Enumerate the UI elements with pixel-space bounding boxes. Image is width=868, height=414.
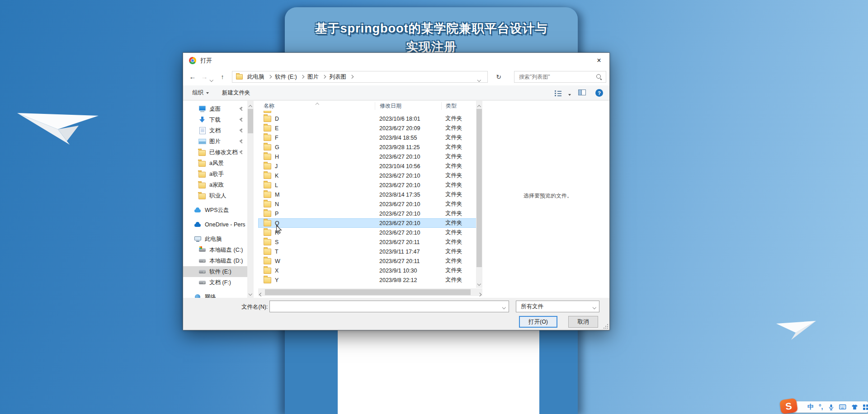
search-box[interactable] bbox=[514, 71, 606, 83]
file-row[interactable]: R 2023/6/27 20:10 文件夹 bbox=[258, 228, 482, 237]
sidebar-item[interactable]: 此电脑 bbox=[183, 234, 247, 245]
details-view-icon[interactable] bbox=[555, 90, 562, 96]
sogou-logo[interactable]: S bbox=[779, 398, 798, 414]
sidebar-item[interactable]: a家政 bbox=[183, 179, 247, 190]
breadcrumb-item[interactable]: 此电脑 bbox=[246, 73, 265, 81]
skin-icon[interactable] bbox=[851, 404, 858, 410]
sidebar-item[interactable]: 职业人 bbox=[183, 190, 247, 201]
file-row[interactable]: W 2023/6/27 20:11 文件夹 bbox=[258, 256, 482, 266]
sidebar-item[interactable]: 本地磁盘 (C:) bbox=[183, 245, 247, 255]
file-row[interactable]: H 2023/6/27 20:10 文件夹 bbox=[258, 152, 482, 161]
file-row[interactable]: G 2023/9/28 11:25 文件夹 bbox=[258, 142, 482, 152]
column-header-type[interactable]: 类型 bbox=[441, 102, 478, 110]
file-row[interactable]: T 2023/9/11 17:47 文件夹 bbox=[258, 247, 482, 256]
file-row[interactable] bbox=[258, 111, 482, 114]
file-name: T bbox=[275, 249, 278, 255]
filename-input[interactable] bbox=[270, 301, 503, 312]
file-type-cell: 文件夹 bbox=[441, 172, 478, 179]
sidebar-item[interactable]: 已修改文档 bbox=[183, 147, 247, 158]
file-name-cell: X bbox=[258, 268, 375, 274]
file-row[interactable]: D 2023/10/6 18:01 文件夹 bbox=[258, 114, 482, 123]
sidebar-item[interactable]: a歌手 bbox=[183, 169, 247, 179]
resize-grip[interactable] bbox=[604, 324, 608, 329]
file-date-cell: 2023/6/27 20:09 bbox=[375, 125, 441, 132]
pin-icon bbox=[239, 107, 244, 112]
scroll-down-icon[interactable] bbox=[478, 280, 481, 286]
organize-button[interactable]: 组织 bbox=[192, 85, 209, 100]
sidebar-item[interactable]: 桌面 bbox=[183, 104, 247, 114]
file-row[interactable]: X 2023/9/1 10:30 文件夹 bbox=[258, 266, 482, 275]
file-row[interactable]: S 2023/6/27 20:11 文件夹 bbox=[258, 237, 482, 247]
preview-pane-icon[interactable] bbox=[578, 89, 586, 95]
file-row[interactable]: P 2023/6/27 20:10 文件夹 bbox=[258, 209, 482, 218]
breadcrumb-item[interactable]: 图片 bbox=[307, 73, 320, 81]
history-dropdown[interactable] bbox=[210, 76, 213, 82]
filename-label: 文件名(N): bbox=[241, 303, 268, 311]
scroll-right-icon[interactable] bbox=[478, 291, 481, 297]
sidebar-item[interactable]: 图片 bbox=[183, 136, 247, 147]
open-button[interactable]: 打开(O) bbox=[519, 316, 557, 328]
file-name-cell: J bbox=[258, 163, 375, 169]
sidebar-item[interactable]: OneDrive - Pers bbox=[183, 219, 247, 230]
scroll-left-icon[interactable] bbox=[260, 291, 263, 297]
file-row[interactable]: E 2023/6/27 20:09 文件夹 bbox=[258, 123, 482, 133]
file-row[interactable]: J 2023/10/4 10:56 文件夹 bbox=[258, 161, 482, 171]
sidebar-item[interactable]: 文档 bbox=[183, 125, 247, 136]
scroll-down-icon[interactable] bbox=[249, 290, 252, 296]
scroll-up-icon[interactable] bbox=[478, 103, 481, 109]
sidebar-item[interactable]: 文档 (F:) bbox=[183, 277, 247, 288]
cancel-button[interactable]: 取消 bbox=[568, 316, 598, 328]
file-date-cell: 2023/8/14 17:35 bbox=[375, 192, 441, 198]
list-hscrollbar-thumb[interactable] bbox=[265, 289, 471, 295]
list-vertical-scrollbar[interactable] bbox=[476, 101, 482, 288]
new-folder-button[interactable]: 新建文件夹 bbox=[222, 85, 250, 100]
sidebar-item[interactable]: 下载 bbox=[183, 114, 247, 125]
list-horizontal-scrollbar[interactable] bbox=[258, 288, 482, 296]
forward-button[interactable]: → bbox=[199, 68, 209, 85]
keyboard-icon[interactable] bbox=[839, 404, 846, 410]
refresh-button[interactable]: ↻ bbox=[493, 71, 504, 83]
filetype-select[interactable]: 所有文件 bbox=[516, 301, 599, 312]
file-date-cell: 2023/9/4 18:55 bbox=[375, 135, 441, 141]
toolbox-icon[interactable] bbox=[863, 405, 868, 410]
file-row[interactable]: K 2023/6/27 20:10 文件夹 bbox=[258, 171, 482, 180]
file-row[interactable]: Q 2023/6/27 20:10 文件夹 bbox=[258, 218, 482, 228]
microphone-icon[interactable] bbox=[828, 404, 834, 410]
sidebar-scrollbar-thumb[interactable] bbox=[248, 109, 253, 133]
breadcrumb-item[interactable]: 软件 (E:) bbox=[274, 73, 298, 81]
punctuation-icon[interactable]: °, bbox=[819, 401, 823, 413]
scroll-up-icon[interactable] bbox=[249, 103, 252, 109]
address-dropdown[interactable] bbox=[478, 76, 481, 82]
sidebar-scrollbar[interactable] bbox=[247, 101, 254, 298]
folder-icon bbox=[264, 125, 271, 132]
breadcrumb-item[interactable]: 列表图 bbox=[329, 73, 348, 81]
search-input[interactable] bbox=[518, 73, 596, 80]
chevron-down-icon[interactable] bbox=[503, 303, 505, 310]
file-row[interactable]: N 2023/6/27 20:10 文件夹 bbox=[258, 199, 482, 209]
file-row[interactable]: Y 2023/9/8 22:12 文件夹 bbox=[258, 275, 482, 285]
sidebar-item-icon bbox=[194, 221, 202, 228]
back-button[interactable]: ← bbox=[188, 68, 198, 85]
list-scrollbar-thumb[interactable] bbox=[476, 109, 482, 267]
file-row[interactable]: L 2023/6/27 20:10 文件夹 bbox=[258, 180, 482, 190]
filename-combo[interactable] bbox=[269, 301, 509, 312]
page-title: 基于springboot的某学院兼职平台设计与 bbox=[285, 20, 578, 37]
help-icon[interactable]: ? bbox=[595, 89, 603, 97]
sidebar-item-icon bbox=[194, 235, 202, 243]
sidebar-item[interactable]: 本地磁盘 (D:) bbox=[183, 255, 247, 266]
file-name: G bbox=[275, 144, 279, 151]
sidebar-item-label: 下载 bbox=[209, 116, 221, 124]
sidebar-item[interactable]: 网络 bbox=[183, 292, 247, 298]
file-name-cell: D bbox=[258, 116, 375, 122]
sidebar-item[interactable]: a风景 bbox=[183, 158, 247, 169]
close-button[interactable]: × bbox=[592, 56, 606, 66]
sidebar-item[interactable]: 软件 (E:) bbox=[183, 266, 247, 277]
chinese-mode-icon[interactable]: 中 bbox=[807, 401, 814, 413]
file-row[interactable]: M 2023/8/14 17:35 文件夹 bbox=[258, 190, 482, 199]
file-row[interactable]: F 2023/9/4 18:55 文件夹 bbox=[258, 133, 482, 142]
sidebar-item[interactable]: WPS云盘 bbox=[183, 205, 247, 216]
address-bar[interactable]: 此电脑 软件 (E:) 图片 列表图 bbox=[232, 71, 488, 83]
view-dropdown[interactable] bbox=[566, 91, 571, 98]
up-button[interactable]: ↑ bbox=[217, 68, 227, 85]
column-header-date[interactable]: 修改日期 bbox=[375, 102, 441, 110]
